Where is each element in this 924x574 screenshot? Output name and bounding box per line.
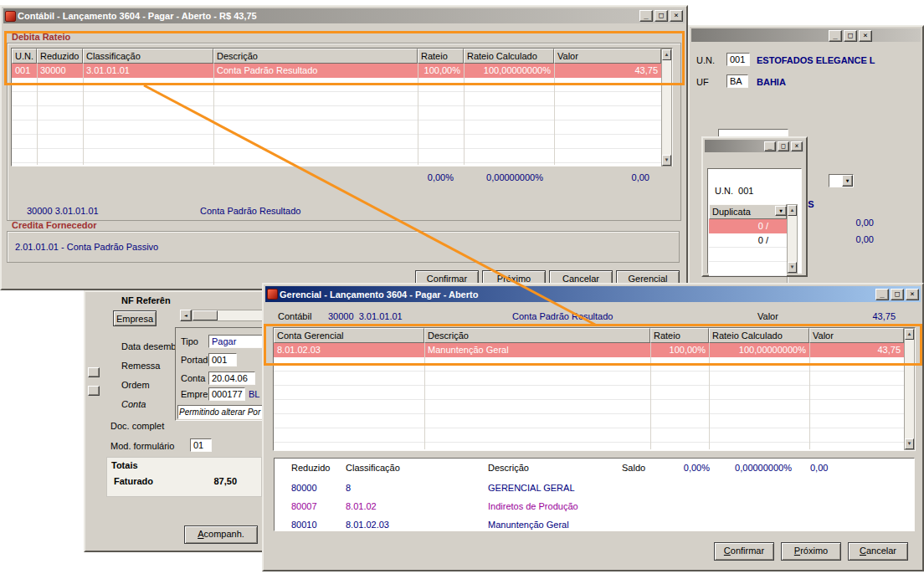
lookup-row-classificacao[interactable]: 8.01.02.03 (346, 520, 389, 530)
duplicata-scrollbar[interactable]: ▲ ▼ (787, 204, 798, 274)
lookup-row-descricao[interactable]: Manuntenção Geral (488, 520, 569, 530)
lookup-row-descricao[interactable]: GERENCIAL GERAL (488, 483, 575, 493)
column-header-rateio-calculado[interactable]: Rateio Calculado (709, 328, 809, 343)
column-header-descricao[interactable]: Descrição (424, 328, 650, 343)
debita-grid-header: U.N. Reduzido Classificação Descrição Ra… (12, 49, 661, 64)
cell-conta-gerencial: 8.01.02.03 (274, 343, 424, 357)
duplicata-selected-row[interactable]: 0 / (709, 219, 787, 233)
debita-scrollbar[interactable]: ▲ ▼ (661, 49, 672, 167)
minimize-button[interactable]: _ (764, 141, 776, 151)
lookup-row-reduzido[interactable]: 80007 (291, 501, 317, 511)
lookup-row-descricao[interactable]: Indiretos de Produção (488, 501, 578, 511)
cancelar-button[interactable]: Cancelar (848, 542, 908, 561)
column-header-classificacao[interactable]: Classificação (83, 49, 213, 64)
proximo-button[interactable]: Próximo (781, 542, 841, 561)
maximize-button[interactable]: □ (654, 10, 668, 22)
empty-row (12, 78, 661, 92)
fornecedor-titlebar[interactable] (691, 28, 921, 42)
selected-account-code: 30000 3.01.01.01 (27, 206, 99, 216)
mod-formulario-label: Mod. formulário (110, 441, 174, 451)
cell-classificacao: 3.01.01.01 (83, 64, 213, 78)
column-header-valor[interactable]: Valor (809, 328, 904, 343)
scroll-left-icon[interactable]: ◄ (180, 310, 192, 321)
uf-code-field[interactable]: BA (726, 74, 748, 88)
cell-rateio-calculado: 100,00000000% (709, 343, 809, 357)
portador-field[interactable]: 001 (208, 353, 237, 366)
conta-pagamento-label: Conta (181, 373, 205, 383)
cell-descricao: Manuntenção Geral (424, 343, 650, 357)
column-separator (650, 343, 651, 449)
maximize-button[interactable]: □ (778, 141, 789, 151)
empty-row (709, 262, 787, 276)
contabil-window: Contábil - Lançamento 3604 - Pagar - Abe… (0, 5, 688, 290)
lookup-row-reduzido[interactable]: 80010 (291, 520, 317, 530)
confirmar-button[interactable]: Confirmar (714, 542, 774, 561)
data-desembolso-label: Data desemb (121, 341, 176, 351)
minimize-button[interactable]: _ (639, 10, 653, 22)
column-header-rateio[interactable]: Rateio (418, 49, 464, 64)
column-separator (418, 64, 418, 165)
valor-value: 43,75 (837, 311, 896, 321)
empresa-tab-button[interactable]: Empresa (113, 310, 157, 326)
empresa-field[interactable]: 000177 (208, 387, 245, 401)
column-header-descricao[interactable]: Descrição (213, 49, 418, 64)
total-valor: 0,00 (810, 463, 828, 473)
cell-reduzido: 30000 (37, 64, 83, 78)
contabil-account-code: 30000 3.01.01.01 (328, 311, 403, 321)
close-button[interactable]: × (791, 141, 803, 151)
column-header-conta-gerencial[interactable]: Conta Gerencial (274, 328, 424, 343)
column-header-un[interactable]: U.N. (12, 49, 37, 64)
lookup-row-classificacao[interactable]: 8 (346, 483, 351, 493)
cell-valor: 43,75 (809, 343, 904, 357)
maximize-button[interactable]: □ (891, 289, 904, 300)
debita-selected-row[interactable]: 001 30000 3.01.01.01 Conta Padrão Result… (12, 64, 661, 78)
gerencial-grid-header: Conta Gerencial Descrição Rateio Rateio … (274, 328, 904, 343)
un-name-text: ESTOFADOS ELEGANCE L (757, 55, 875, 65)
gerencial-titlebar[interactable]: Gerencial - Lançamento 3604 - Pagar - Ab… (265, 286, 921, 302)
mod-formulario-field[interactable]: 01 (190, 438, 212, 452)
acompanhamento-button[interactable]: Acompanh. (184, 525, 258, 544)
dropdown-arrow-icon[interactable]: ▼ (842, 175, 853, 187)
un-code-field[interactable]: 001 (726, 53, 750, 66)
scroll-down-icon[interactable]: ▼ (905, 438, 914, 449)
conta-field[interactable]: 20.04.06 (208, 372, 255, 385)
empresa-name-text: BL (249, 389, 259, 399)
close-button[interactable]: × (859, 30, 872, 42)
small-button[interactable] (88, 367, 100, 377)
remessa-label: Remessa (121, 361, 160, 371)
nf-referencia-label: NF Referên (121, 295, 171, 305)
contabil-titlebar[interactable]: Contábil - Lançamento 3604 - Pagar - Abe… (3, 8, 685, 23)
tipo-label: Tipo (181, 336, 198, 346)
small-button[interactable] (88, 386, 100, 396)
maximize-button[interactable]: □ (844, 30, 857, 42)
column-header-rateio-calculado[interactable]: Rateio Calculado (464, 49, 554, 64)
duplicata-titlebar[interactable]: _ □ × (705, 140, 804, 152)
empty-row (12, 92, 661, 106)
scroll-up-icon[interactable]: ▲ (788, 205, 797, 216)
scroll-down-icon[interactable]: ▼ (662, 155, 671, 166)
app-icon (267, 289, 278, 300)
empty-row (12, 106, 661, 120)
lookup-row-classificacao[interactable]: 8.01.02 (346, 501, 377, 511)
scroll-up-icon[interactable]: ▲ (905, 329, 914, 340)
close-button[interactable]: × (906, 289, 919, 300)
close-button[interactable]: × (670, 10, 683, 22)
sort-dropdown-icon[interactable]: ▼ (775, 206, 787, 216)
scroll-down-icon[interactable]: ▼ (788, 262, 797, 273)
tipo-field[interactable]: Pagar (208, 335, 264, 348)
duplicata-row[interactable]: 0 / (709, 233, 787, 248)
totais-label: Totais (111, 460, 138, 470)
faturado-value: 87,50 (182, 476, 237, 486)
hscroll-track[interactable] (192, 310, 264, 321)
scroll-up-icon[interactable]: ▲ (662, 49, 671, 60)
lookup-row-reduzido[interactable]: 80000 (291, 483, 317, 493)
column-header-valor[interactable]: Valor (554, 49, 661, 64)
gerencial-scrollbar[interactable]: ▲ ▼ (904, 328, 915, 450)
minimize-button[interactable]: _ (875, 289, 889, 300)
column-header-reduzido[interactable]: Reduzido (37, 49, 83, 64)
debita-rateio-label: Debita Rateio (12, 32, 70, 42)
hscroll-thumb[interactable] (192, 310, 218, 320)
column-separator (83, 64, 84, 165)
column-header-rateio[interactable]: Rateio (650, 328, 709, 343)
minimize-button[interactable]: _ (829, 30, 842, 42)
